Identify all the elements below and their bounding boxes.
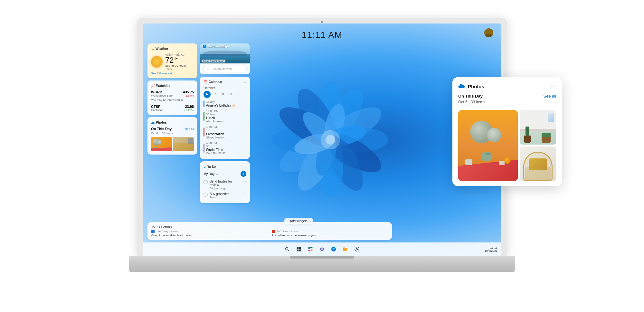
taskbar-clock[interactable]: 11:11 10/6/2021 bbox=[485, 246, 497, 252]
event-title-pres: Presentation bbox=[206, 132, 225, 136]
laptop-container: 11:11 AM ☁ Weather bbox=[113, 18, 531, 295]
watchlist-header: 📈 Watchlist ··· bbox=[151, 84, 194, 88]
still-cup bbox=[465, 159, 472, 165]
event-line-presentation bbox=[204, 128, 204, 137]
todo-icon: ✓ bbox=[204, 165, 206, 169]
taskbar-search[interactable] bbox=[283, 245, 292, 254]
calendar-month: October bbox=[204, 86, 246, 90]
photos-subtitle: On This Day bbox=[151, 127, 172, 131]
weather-sun-icon bbox=[151, 56, 163, 68]
svg-line-25 bbox=[288, 250, 289, 251]
photos-thumbs bbox=[151, 137, 194, 151]
photo-chair[interactable] bbox=[520, 147, 556, 181]
edge-image: Ikema Ohashi, Japan Microsoft Edge ··· bbox=[200, 43, 250, 63]
plant-pot-body bbox=[542, 137, 551, 143]
todo-star-2[interactable]: ☆ bbox=[243, 192, 246, 196]
photos-exp-see-all[interactable]: See all bbox=[543, 94, 556, 99]
svg-rect-31 bbox=[310, 247, 312, 248]
svg-line-23 bbox=[209, 69, 210, 70]
photos-small-header: ☁ Photos ··· bbox=[151, 120, 194, 125]
photos-meta-small: Oct 6 · 33 items bbox=[151, 132, 194, 135]
calendar-widget: 📅 Calendar ··· October 6 7 8 9 bbox=[200, 77, 250, 159]
photo-thumb-1[interactable] bbox=[151, 137, 172, 151]
edge-title: Microsoft Edge bbox=[208, 45, 229, 48]
event-time-pres: 1:30 PM1h bbox=[206, 125, 225, 132]
stock-company-1: Woodgrove Bank bbox=[151, 94, 173, 97]
laptop-base bbox=[129, 256, 515, 272]
weather-menu[interactable]: ··· bbox=[190, 47, 194, 51]
taskbar-widgets[interactable] bbox=[306, 245, 315, 254]
watchlist-promo: You may be interested in bbox=[151, 99, 194, 103]
watchlist-icon: 📈 bbox=[151, 84, 155, 88]
story-1: USA Today · 3 mins One of the smallest b… bbox=[151, 230, 268, 237]
photo-side-column bbox=[520, 110, 556, 181]
chat-icon bbox=[319, 247, 325, 252]
story-2-headline[interactable]: Are coffee naps the answer to your bbox=[272, 234, 388, 237]
still-life-art bbox=[458, 110, 518, 181]
svg-point-35 bbox=[356, 248, 358, 250]
calendar-day-6[interactable]: 6 bbox=[204, 91, 211, 98]
todo-chevron[interactable]: ⌄ bbox=[216, 172, 218, 176]
weather-main: Valley Park, CA 72°F Strong UV today ↓ 0… bbox=[151, 53, 194, 71]
photos-exp-info-row: On This Day Oct 6 · 33 items See all bbox=[458, 94, 556, 109]
taskbar-chat[interactable] bbox=[317, 245, 327, 254]
photo-plants[interactable] bbox=[520, 110, 556, 145]
calendar-days-row: 6 7 8 9 bbox=[204, 91, 246, 98]
photos-exp-dots-menu[interactable]: ··· bbox=[550, 83, 556, 90]
photos-see-all-small[interactable]: See all bbox=[185, 128, 194, 131]
taskview-icon bbox=[296, 247, 301, 252]
event-sub-studio: Conf Rm 32/35 bbox=[206, 152, 226, 155]
edge-menu[interactable]: ··· bbox=[244, 44, 246, 48]
taskbar-center bbox=[283, 245, 361, 254]
svg-rect-29 bbox=[299, 249, 301, 251]
plant-tall-pot bbox=[524, 136, 531, 143]
taskbar-explorer[interactable] bbox=[341, 245, 350, 254]
taskbar-taskview[interactable] bbox=[294, 245, 303, 254]
todo-text-1: Send Invites for review Oli planning bbox=[210, 180, 241, 190]
svg-rect-26 bbox=[297, 247, 299, 249]
widgets-icon bbox=[308, 247, 313, 252]
taskbar-edge[interactable] bbox=[329, 245, 338, 254]
stock-row-2: CTSP Contoso 23.98 +2.23% bbox=[151, 105, 194, 112]
calendar-menu[interactable]: ··· bbox=[242, 80, 246, 84]
photos-small-widget: ☁ Photos ··· On This Day See all Oct 6 ·… bbox=[147, 117, 197, 155]
story-1-headline[interactable]: One of the smallest black holes bbox=[151, 234, 268, 237]
photo-thumb-2[interactable] bbox=[173, 137, 194, 151]
weather-forecast-link[interactable]: See full forecast bbox=[151, 72, 194, 75]
todo-checkbox-1[interactable] bbox=[204, 180, 208, 184]
calendar-day-9[interactable]: 9 bbox=[228, 91, 235, 98]
wall-art bbox=[548, 113, 554, 122]
add-widgets-button[interactable]: Add widgets bbox=[284, 218, 313, 224]
photos-images-grid bbox=[458, 110, 556, 181]
user-avatar[interactable] bbox=[484, 28, 493, 37]
svg-rect-27 bbox=[299, 247, 301, 249]
still-teapot-spout bbox=[486, 153, 491, 155]
photos-small-menu[interactable]: ··· bbox=[190, 120, 194, 125]
calendar-title: 📅 Calendar bbox=[204, 80, 223, 84]
edge-search-bar[interactable]: Search the web bbox=[203, 66, 247, 72]
calendar-day-7[interactable]: 7 bbox=[212, 91, 219, 98]
plants-art bbox=[520, 110, 556, 145]
edge-widget: Ikema Ohashi, Japan Microsoft Edge ··· S… bbox=[200, 43, 250, 74]
event-line-lunch bbox=[204, 112, 204, 121]
photos-small-title: ☁ Photos bbox=[151, 120, 167, 125]
todo-menu[interactable]: ··· bbox=[242, 165, 246, 169]
folder-icon bbox=[343, 247, 348, 252]
taskbar: 11:11 10/6/2021 bbox=[143, 242, 501, 256]
photo-main-large[interactable] bbox=[458, 110, 518, 181]
calendar-day-8[interactable]: 8 bbox=[220, 91, 227, 98]
photos-exp-info: On This Day Oct 6 · 33 items bbox=[458, 94, 485, 109]
event-sub-pres: Skype Meeting bbox=[206, 136, 225, 139]
svg-rect-28 bbox=[297, 249, 299, 251]
screen-clock: 11:11 AM bbox=[302, 30, 342, 40]
todo-add-button[interactable]: + bbox=[241, 171, 246, 177]
todo-checkbox-2[interactable] bbox=[204, 193, 208, 197]
photos-exp-section-title: On This Day bbox=[458, 94, 485, 99]
taskbar-settings[interactable] bbox=[352, 245, 361, 254]
screen-bezel: 11:11 AM ☁ Weather bbox=[137, 18, 507, 256]
todo-star-1[interactable]: ☆ bbox=[243, 180, 246, 184]
plant-tall-leaves bbox=[526, 127, 530, 136]
event-title-lunch: Lunch bbox=[206, 116, 223, 120]
watchlist-menu[interactable]: ··· bbox=[190, 84, 194, 88]
weather-widget: ☁ Weather ··· Valley Park, CA 72°F bbox=[147, 43, 197, 78]
